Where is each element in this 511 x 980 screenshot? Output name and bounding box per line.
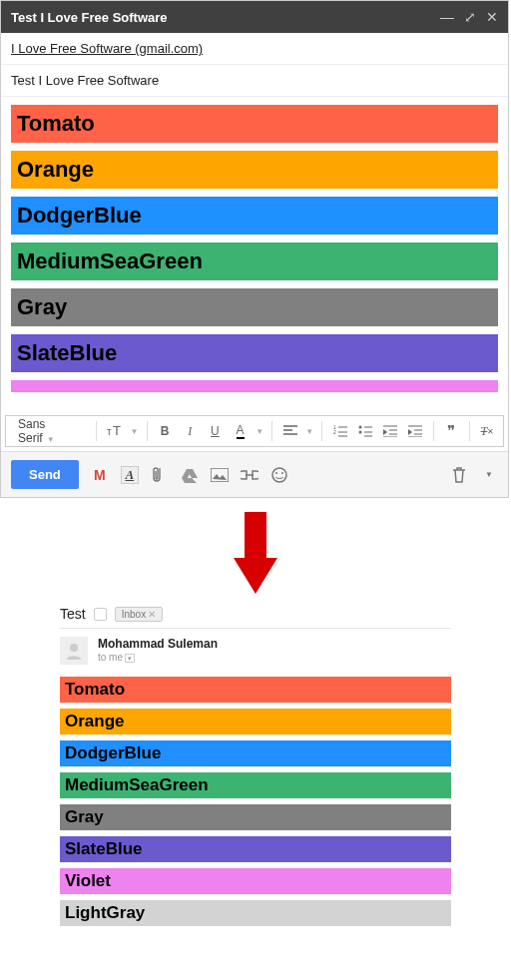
italic-button[interactable]: I [181, 421, 200, 441]
font-family-select[interactable]: Sans Serif▼ [12, 417, 88, 445]
svg-point-8 [275, 472, 277, 474]
color-row: Orange [60, 709, 451, 735]
color-row: MediumSeaGreen [60, 772, 451, 798]
numbered-list-button[interactable]: 12 [330, 421, 349, 441]
more-options-button[interactable]: ▼ [480, 466, 498, 484]
underline-button[interactable]: U [206, 421, 225, 441]
color-row[interactable] [11, 380, 498, 392]
mark-icon[interactable] [94, 608, 107, 621]
svg-point-4 [358, 426, 361, 429]
image-icon[interactable] [211, 466, 229, 484]
color-row[interactable]: Orange [11, 151, 498, 189]
color-row: Gray [60, 804, 451, 830]
drive-icon[interactable] [181, 466, 199, 484]
attach-icon[interactable] [151, 466, 169, 484]
indent-more-button[interactable] [406, 421, 425, 441]
svg-point-9 [281, 472, 283, 474]
to-line: to me▾ [98, 652, 218, 663]
window-title: Test I Love Free Software [11, 10, 168, 25]
action-bar: Send M A ▼ [1, 451, 508, 497]
received-header: Test Inbox✕ [60, 606, 451, 629]
color-row[interactable]: DodgerBlue [11, 197, 498, 235]
subject-row[interactable]: Test I Love Free Software [1, 65, 508, 97]
subject-field[interactable]: Test I Love Free Software [11, 73, 159, 88]
close-icon[interactable]: ✕ [486, 9, 498, 25]
received-subject: Test [60, 606, 86, 622]
minimize-icon[interactable]: — [440, 9, 454, 25]
avatar [60, 637, 88, 665]
to-row[interactable]: I Love Free Software (gmail.com) [1, 33, 508, 65]
text-color-button[interactable]: A [231, 421, 250, 441]
color-row[interactable]: MediumSeaGreen [11, 243, 498, 280]
expand-icon[interactable]: ⤢ [464, 9, 476, 25]
inbox-label[interactable]: Inbox✕ [115, 607, 163, 622]
link-icon[interactable] [241, 466, 258, 484]
color-row[interactable]: Gray [11, 288, 498, 326]
indent-less-button[interactable] [380, 421, 399, 441]
trash-icon[interactable] [450, 466, 468, 484]
label-remove-icon[interactable]: ✕ [148, 609, 156, 620]
color-row: SlateBlue [60, 836, 451, 862]
arrow-down-icon [0, 498, 511, 606]
sender-name: Mohammad Suleman [98, 637, 218, 651]
received-body: TomatoOrangeDodgerBlueMediumSeaGreenGray… [60, 677, 451, 926]
emoji-icon[interactable] [270, 466, 288, 484]
compose-body[interactable]: TomatoOrangeDodgerBlueMediumSeaGreenGray… [1, 97, 508, 411]
svg-text:T: T [113, 424, 121, 438]
bullet-list-button[interactable] [355, 421, 374, 441]
svg-point-5 [358, 431, 361, 434]
svg-text:2: 2 [333, 429, 336, 435]
window-controls: — ⤢ ✕ [440, 9, 498, 25]
to-field[interactable]: I Love Free Software (gmail.com) [11, 41, 203, 56]
format-a-button[interactable]: A [121, 466, 139, 484]
remove-format-button[interactable]: T✕ [478, 421, 497, 441]
font-size-button[interactable]: тT [105, 421, 124, 441]
format-toolbar: Sans Serif▼ тT ▼ B I U A ▼ ▼ 12 [5, 415, 504, 447]
color-row[interactable]: SlateBlue [11, 334, 498, 372]
quote-button[interactable]: ❞ [442, 421, 461, 441]
color-row[interactable]: Tomato [11, 105, 498, 143]
bold-button[interactable]: B [155, 421, 174, 441]
received-email: Test Inbox✕ Mohammad Suleman to me▾ Toma… [0, 606, 511, 946]
color-row: DodgerBlue [60, 740, 451, 766]
svg-point-7 [272, 468, 286, 482]
compose-window: Test I Love Free Software — ⤢ ✕ I Love F… [0, 0, 509, 498]
send-button[interactable]: Send [11, 460, 79, 489]
color-row: Tomato [60, 677, 451, 703]
details-dropdown[interactable]: ▾ [125, 654, 135, 663]
sender-row: Mohammad Suleman to me▾ [60, 637, 451, 665]
title-bar: Test I Love Free Software — ⤢ ✕ [1, 1, 508, 33]
gmail-m-icon[interactable]: M [91, 466, 109, 484]
svg-text:т: т [107, 426, 112, 437]
color-row: Violet [60, 868, 451, 894]
svg-point-10 [70, 644, 78, 652]
color-row: LightGray [60, 900, 451, 926]
align-button[interactable] [280, 421, 299, 441]
